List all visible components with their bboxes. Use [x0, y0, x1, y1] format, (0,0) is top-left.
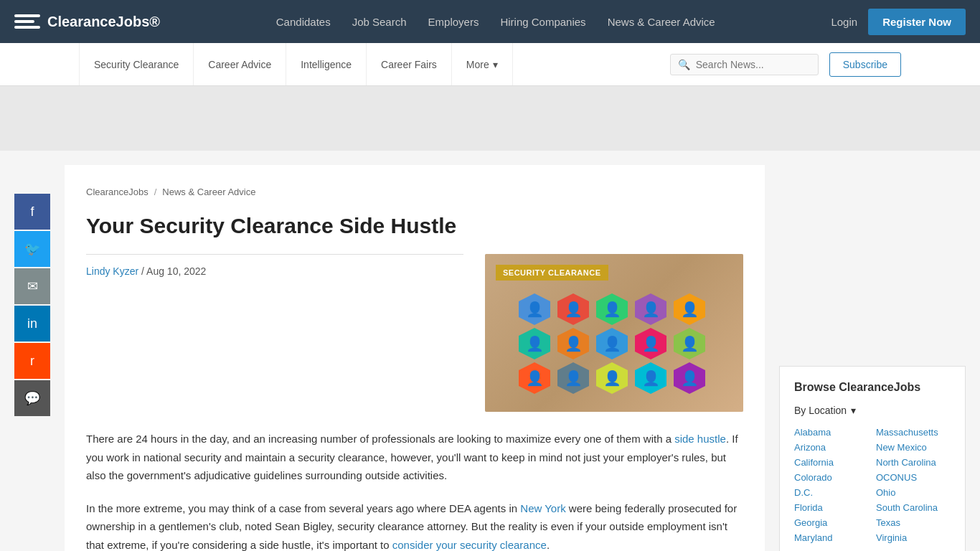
location-ohio[interactable]: Ohio: [876, 487, 951, 498]
by-location[interactable]: By Location: [794, 405, 951, 416]
hex-item: 👤: [635, 293, 666, 325]
side-hustle-link[interactable]: side hustle: [674, 433, 726, 445]
location-south-carolina[interactable]: South Carolina: [876, 502, 951, 513]
email-icon: ✉: [27, 278, 38, 294]
article-image: SECURITY CLEARANCE 👤 👤 👤 👤 👤 👤 👤 👤 👤 👤: [485, 254, 743, 412]
nav-candidates[interactable]: Candidates: [276, 16, 331, 28]
article-area: ClearanceJobs / News & Career Advice You…: [65, 165, 765, 551]
subnav-more[interactable]: More: [452, 43, 513, 85]
hex-item: 👤: [596, 293, 628, 325]
location-georgia[interactable]: Georgia: [794, 517, 869, 528]
hex-item: 👤: [557, 328, 589, 359]
logo-area[interactable]: ClearanceJobs®: [14, 11, 160, 32]
location-texas[interactable]: Texas: [876, 517, 951, 528]
search-box[interactable]: 🔍: [670, 54, 819, 75]
email-share-button[interactable]: ✉: [14, 268, 50, 304]
comment-button[interactable]: 💬: [14, 380, 50, 416]
nav-news-career-advice[interactable]: News & Career Advice: [608, 16, 715, 28]
hex-item: 👤: [635, 362, 666, 394]
top-nav: ClearanceJobs® Candidates Job Search Emp…: [0, 0, 980, 43]
top-nav-links: Candidates Job Search Employers Hiring C…: [276, 16, 715, 28]
browse-box: Browse ClearanceJobs By Location Alabama…: [779, 366, 966, 551]
location-new-mexico[interactable]: New Mexico: [876, 442, 951, 453]
article-meta: Lindy Kyzer / Aug 10, 2022: [86, 254, 463, 277]
linkedin-share-button[interactable]: in: [14, 306, 50, 342]
hex-item: 👤: [519, 293, 550, 325]
sub-nav-right: 🔍 Subscribe: [670, 52, 901, 77]
article-header: Lindy Kyzer / Aug 10, 2022 SECURITY CLEA…: [86, 254, 743, 412]
article-title: Your Security Clearance Side Hustle: [86, 212, 743, 240]
register-button[interactable]: Register Now: [868, 9, 966, 35]
article-date: Aug 10, 2022: [146, 265, 206, 277]
breadcrumb-separator: /: [154, 187, 157, 197]
subnav-career-advice[interactable]: Career Advice: [194, 43, 286, 85]
breadcrumb: ClearanceJobs / News & Career Advice: [86, 187, 743, 197]
location-colorado[interactable]: Colorado: [794, 472, 869, 483]
location-virginia[interactable]: Virginia: [876, 532, 951, 543]
hex-item: 👤: [557, 362, 589, 394]
author-line: Lindy Kyzer / Aug 10, 2022: [86, 265, 463, 277]
location-california[interactable]: California: [794, 457, 869, 468]
location-massachusetts[interactable]: Massachusetts: [876, 427, 951, 438]
consider-security-clearance-link[interactable]: consider your security clearance: [392, 539, 547, 551]
author-date-separator: /: [141, 265, 146, 277]
main-layout: f 🐦 ✉ in r 💬 ClearanceJobs / News & Care…: [0, 151, 980, 551]
banner-area: [0, 86, 980, 151]
hex-item: 👤: [635, 328, 666, 359]
location-dc[interactable]: D.C.: [794, 487, 869, 498]
location-grid: Alabama Massachusetts Arizona New Mexico…: [794, 427, 951, 543]
right-sidebar: Browse ClearanceJobs By Location Alabama…: [779, 165, 966, 551]
reddit-share-button[interactable]: r: [14, 343, 50, 379]
hex-item: 👤: [519, 328, 550, 359]
subnav-security-clearance[interactable]: Security Clearance: [79, 43, 194, 85]
image-badge: SECURITY CLEARANCE: [496, 265, 608, 281]
location-maryland[interactable]: Maryland: [794, 532, 869, 543]
linkedin-icon: in: [27, 316, 37, 331]
twitter-icon: 🐦: [24, 241, 40, 257]
location-alabama[interactable]: Alabama: [794, 427, 869, 438]
hex-item: 👤: [596, 328, 628, 359]
location-florida[interactable]: Florida: [794, 502, 869, 513]
browse-title: Browse ClearanceJobs: [794, 381, 951, 394]
hex-item: 👤: [557, 293, 589, 325]
by-location-chevron: [851, 405, 856, 416]
location-oconus[interactable]: OCONUS: [876, 472, 951, 483]
hex-item: 👤: [596, 362, 628, 394]
sub-nav-links: Security Clearance Career Advice Intelli…: [79, 43, 513, 85]
logo-icon: [14, 11, 40, 32]
breadcrumb-section[interactable]: News & Career Advice: [162, 187, 255, 197]
comment-icon: 💬: [24, 390, 40, 406]
location-arizona[interactable]: Arizona: [794, 442, 869, 453]
reddit-icon: r: [30, 354, 34, 369]
top-nav-right: Login Register Now: [831, 9, 966, 35]
social-sidebar: f 🐦 ✉ in r 💬: [14, 194, 50, 551]
meta-divider: [86, 254, 463, 255]
hex-grid: 👤 👤 👤 👤 👤 👤 👤 👤 👤 👤 👤 👤 👤 👤: [512, 265, 717, 401]
hex-image: SECURITY CLEARANCE 👤 👤 👤 👤 👤 👤 👤 👤 👤 👤: [485, 254, 743, 412]
hex-item: 👤: [674, 362, 705, 394]
author-link[interactable]: Lindy Kyzer: [86, 265, 138, 277]
subscribe-button[interactable]: Subscribe: [829, 52, 901, 77]
facebook-share-button[interactable]: f: [14, 194, 50, 230]
logo-text: ClearanceJobs®: [47, 14, 160, 30]
article-paragraph-2: In the more extreme, you may think of a …: [86, 499, 743, 552]
nav-employers[interactable]: Employers: [428, 16, 479, 28]
chevron-down-icon: [493, 59, 498, 70]
facebook-icon: f: [30, 204, 34, 220]
hex-item: 👤: [674, 293, 705, 325]
nav-job-search[interactable]: Job Search: [352, 16, 407, 28]
by-location-label: By Location: [794, 405, 847, 416]
new-york-link[interactable]: New York: [520, 502, 565, 514]
search-icon: 🔍: [678, 59, 690, 70]
article-body: There are 24 hours in the day, and an in…: [86, 430, 743, 551]
subnav-intelligence[interactable]: Intelligence: [286, 43, 367, 85]
breadcrumb-home[interactable]: ClearanceJobs: [86, 187, 149, 197]
twitter-share-button[interactable]: 🐦: [14, 231, 50, 267]
sub-nav: Security Clearance Career Advice Intelli…: [0, 43, 980, 86]
nav-hiring-companies[interactable]: Hiring Companies: [500, 16, 585, 28]
subnav-career-fairs[interactable]: Career Fairs: [367, 43, 452, 85]
hex-item: 👤: [674, 328, 705, 359]
location-north-carolina[interactable]: North Carolina: [876, 457, 951, 468]
login-link[interactable]: Login: [831, 16, 857, 28]
search-input[interactable]: [696, 59, 811, 70]
